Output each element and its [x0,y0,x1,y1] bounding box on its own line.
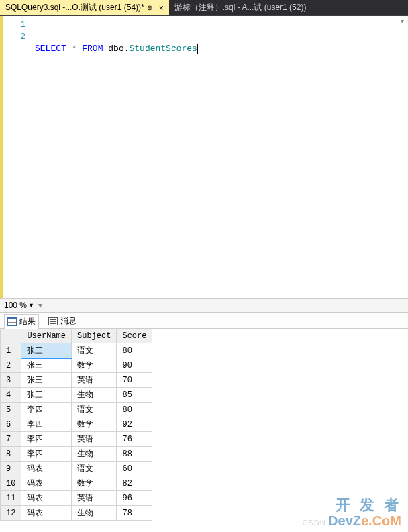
row-header[interactable]: 8 [1,447,21,462]
sql-keyword: FROM [82,44,103,54]
cell-score[interactable]: 90 [117,358,152,373]
sql-keyword: SELECT [35,44,66,54]
cell-score[interactable]: 80 [117,343,152,358]
pin-icon[interactable]: ⊕ [147,4,152,11]
row-header[interactable]: 12 [1,506,21,521]
tab-label: SQLQuery3.sql -...O.测试 (user1 (54))* [5,2,144,13]
cell-subject[interactable]: 生物 [72,506,117,521]
row-header[interactable]: 6 [1,417,21,432]
cell-username[interactable]: 码农 [21,462,72,476]
close-icon[interactable]: × [159,3,164,13]
cell-subject[interactable]: 生物 [72,447,117,462]
cell-subject[interactable]: 语文 [72,403,117,417]
table-row[interactable]: 5李四语文80 [1,403,152,417]
editor-dropdown-icon[interactable]: ▾ [397,17,407,27]
cell-username[interactable]: 李四 [21,403,72,417]
sql-schema: dbo [108,44,123,54]
zoom-bar: 100 % ▼ ▾ [0,298,408,313]
table-row[interactable]: 2张三数学90 [1,358,152,373]
sql-star: * [72,44,77,54]
cell-score[interactable]: 96 [117,491,152,506]
table-row[interactable]: 10码农数学82 [1,476,152,491]
row-header[interactable]: 4 [1,388,21,403]
col-header-username[interactable]: UserName [21,329,72,343]
table-row[interactable]: 12码农生物78 [1,506,152,521]
cell-username[interactable]: 码农 [21,476,72,491]
cell-subject[interactable]: 英语 [72,373,117,388]
cell-subject[interactable]: 英语 [72,432,117,447]
row-header[interactable]: 3 [1,373,21,388]
table-row[interactable]: 4张三生物85 [1,388,152,403]
cell-username[interactable]: 李四 [21,417,72,432]
grid-corner[interactable] [1,329,21,343]
zoom-value[interactable]: 100 % [4,301,27,310]
cell-score[interactable]: 92 [117,417,152,432]
chevron-down-icon[interactable]: ▼ [28,302,34,309]
cell-score[interactable]: 70 [117,373,152,388]
cell-username[interactable]: 张三 [21,343,72,358]
tab-results-label: 结果 [19,316,36,327]
cell-username[interactable]: 张三 [21,373,72,388]
editor-content[interactable]: SELECT * FROM dbo.StudentScores [31,16,408,298]
tab-cursor-comment[interactable]: 游标（注释）.sql - A...试 (user1 (52)) [169,0,312,15]
line-number: 2 [3,31,26,43]
cell-subject[interactable]: 英语 [72,491,117,506]
results-grid[interactable]: UserName Subject Score 1张三语文802张三数学903张三… [0,329,408,530]
cell-subject[interactable]: 数学 [72,417,117,432]
grid-icon [7,317,17,326]
cell-username[interactable]: 李四 [21,432,72,447]
table-row[interactable]: 9码农语文60 [1,462,152,476]
message-icon [48,317,58,325]
table-row[interactable]: 11码农英语96 [1,491,152,506]
cell-score[interactable]: 60 [117,462,152,476]
cell-subject[interactable]: 语文 [72,343,117,358]
row-header[interactable]: 9 [1,462,21,476]
sql-table: StudentScores [130,44,197,54]
cell-score[interactable]: 80 [117,403,152,417]
tab-results[interactable]: 结果 [4,314,39,329]
tab-messages-label: 消息 [60,315,76,327]
cell-score[interactable]: 76 [117,432,152,447]
cell-score[interactable]: 82 [117,476,152,491]
grid-body: 1张三语文802张三数学903张三英语704张三生物855李四语文806李四数学… [1,343,152,521]
line-gutter: 1 2 [3,16,31,298]
table-row[interactable]: 3张三英语70 [1,373,152,388]
tab-messages[interactable]: 消息 [46,314,79,328]
divider: ▾ [38,301,42,310]
col-header-score[interactable]: Score [117,329,152,343]
cell-username[interactable]: 张三 [21,358,72,373]
line-number: 1 [3,19,26,31]
text-caret [197,44,198,54]
row-header[interactable]: 10 [1,476,21,491]
cell-username[interactable]: 李四 [21,447,72,462]
cell-score[interactable]: 85 [117,388,152,403]
sql-editor[interactable]: 1 2 SELECT * FROM dbo.StudentScores ▾ [0,16,408,298]
tab-sqlquery3[interactable]: SQLQuery3.sql -...O.测试 (user1 (54))* ⊕ × [0,0,169,15]
cell-subject[interactable]: 生物 [72,388,117,403]
cell-username[interactable]: 码农 [21,491,72,506]
cell-score[interactable]: 78 [117,506,152,521]
tab-label: 游标（注释）.sql - A...试 (user1 (52)) [174,2,307,13]
table-row[interactable]: 7李四英语76 [1,432,152,447]
table-row[interactable]: 8李四生物88 [1,447,152,462]
editor-tabs: SQLQuery3.sql -...O.测试 (user1 (54))* ⊕ ×… [0,0,408,16]
cell-username[interactable]: 码农 [21,506,72,521]
cell-username[interactable]: 张三 [21,388,72,403]
table-row[interactable]: 1张三语文80 [1,343,152,358]
table-row[interactable]: 6李四数学92 [1,417,152,432]
row-header[interactable]: 11 [1,491,21,506]
cell-subject[interactable]: 语文 [72,462,117,476]
sql-dot: . [124,44,130,54]
row-header[interactable]: 7 [1,432,21,447]
result-tabs: 结果 消息 [0,313,408,329]
col-header-subject[interactable]: Subject [72,329,117,343]
row-header[interactable]: 5 [1,403,21,417]
cell-subject[interactable]: 数学 [72,476,117,491]
results-table: UserName Subject Score 1张三语文802张三数学903张三… [0,329,152,521]
row-header[interactable]: 2 [1,358,21,373]
cell-score[interactable]: 88 [117,447,152,462]
row-header[interactable]: 1 [1,343,21,358]
cell-subject[interactable]: 数学 [72,358,117,373]
